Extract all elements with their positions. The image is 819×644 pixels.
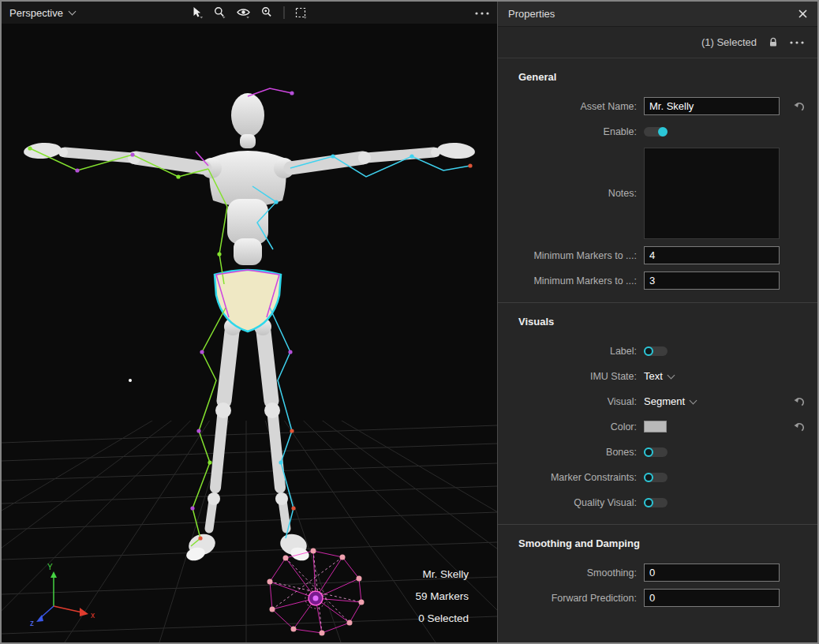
axis-x-label: x	[91, 611, 95, 620]
visibility-icon[interactable]	[237, 6, 251, 19]
label-toggle-row: Label:	[498, 342, 817, 360]
chevron-down-icon	[667, 371, 675, 379]
close-icon[interactable]	[798, 9, 807, 18]
application-window: Perspective	[0, 0, 819, 644]
notes-textarea[interactable]	[644, 148, 780, 239]
marker-constraints-row: Marker Constraints:	[498, 468, 817, 486]
toolbar-divider	[284, 6, 285, 19]
color-reset-icon[interactable]	[794, 421, 805, 432]
bones-toggle[interactable]	[644, 447, 668, 457]
axis-y-label: Y	[47, 563, 53, 571]
properties-title-bar: Properties	[498, 2, 817, 27]
notes-row: Notes:	[498, 148, 817, 239]
select-tool-icon[interactable]	[192, 6, 204, 19]
toggle-knob	[644, 346, 653, 356]
visual-reset-icon[interactable]	[794, 396, 805, 406]
smoothing-row: Smoothing:	[498, 564, 817, 582]
selection-header: (1) Selected	[498, 27, 817, 58]
scene-3d[interactable]: Y x z	[2, 24, 497, 642]
min-markers-track-label: Minimum Markers to ...:	[498, 275, 644, 286]
panel-more-options-icon[interactable]	[790, 41, 804, 44]
imu-state-row: IMU State: Text	[498, 367, 817, 385]
enable-label: Enable:	[498, 126, 644, 137]
section-divider	[498, 524, 817, 525]
color-label: Color:	[498, 421, 644, 432]
forward-prediction-row: Forward Prediction:	[498, 589, 817, 607]
section-divider	[498, 302, 817, 303]
forward-prediction-label: Forward Prediction:	[498, 593, 644, 604]
marquee-select-icon[interactable]	[295, 6, 308, 19]
toggle-knob	[644, 473, 653, 482]
enable-row: Enable:	[498, 122, 817, 140]
camera-mode-label: Perspective	[9, 7, 63, 19]
viewport-tool-group	[192, 2, 308, 24]
asset-name-label: Asset Name:	[498, 101, 644, 112]
notes-label: Notes:	[498, 188, 644, 199]
overlay-selection-count: 0 Selected	[415, 608, 469, 630]
viewport-toolbar: Perspective	[2, 2, 497, 24]
section-smoothing-title: Smoothing and Damping	[518, 537, 817, 549]
toggle-knob	[644, 447, 653, 457]
chevron-down-icon	[690, 396, 697, 404]
min-markers-boot-input[interactable]	[644, 246, 780, 264]
quality-visual-toggle[interactable]	[644, 498, 668, 507]
marker-constraints-toggle[interactable]	[644, 473, 668, 482]
viewport-3d[interactable]: Perspective	[2, 2, 497, 642]
zoom-tool-icon[interactable]	[214, 6, 226, 19]
asset-name-reset-icon[interactable]	[794, 101, 805, 111]
visual-label: Visual:	[498, 396, 644, 407]
color-swatch[interactable]	[644, 421, 667, 432]
visual-row: Visual: Segment	[498, 392, 817, 410]
marker-constraints-label: Marker Constraints:	[498, 472, 644, 483]
forward-prediction-input[interactable]	[644, 589, 780, 607]
axis-z-label: z	[30, 619, 34, 627]
imu-state-dropdown[interactable]: Text	[644, 370, 674, 382]
viewport-more-options-icon[interactable]	[475, 11, 489, 15]
quality-visual-label: Quality Visual:	[498, 497, 644, 508]
visual-dropdown[interactable]: Segment	[644, 395, 696, 407]
chevron-down-icon	[68, 8, 76, 16]
smoothing-label: Smoothing:	[498, 567, 644, 578]
min-markers-track-input[interactable]	[644, 271, 780, 290]
label-toggle-label: Label:	[498, 346, 644, 357]
imu-state-value: Text	[644, 370, 663, 382]
viewport-stats-overlay: Mr. Skelly 59 Markers 0 Selected	[415, 564, 469, 630]
properties-panel: Properties (1) Selected General Asset Na…	[497, 2, 817, 642]
properties-body: General Asset Name: Enable: Notes: Minim…	[498, 58, 817, 642]
overlay-asset-name: Mr. Skelly	[415, 564, 469, 586]
magnifier-alt-icon[interactable]	[261, 6, 274, 19]
smoothing-input[interactable]	[644, 564, 780, 582]
visual-value: Segment	[644, 395, 685, 407]
toggle-knob	[658, 127, 668, 137]
selected-count-label: (1) Selected	[701, 36, 757, 48]
overlay-marker-count: 59 Markers	[415, 586, 469, 608]
toggle-knob	[644, 498, 653, 507]
properties-title: Properties	[508, 8, 555, 20]
min-markers-boot-row: Minimum Markers to ...:	[498, 246, 817, 264]
bones-row: Bones:	[498, 443, 817, 461]
lock-icon[interactable]	[769, 37, 778, 47]
label-toggle[interactable]	[644, 346, 668, 356]
section-general-title: General	[518, 71, 817, 83]
camera-selector-dropdown[interactable]: Perspective	[9, 7, 75, 19]
enable-toggle[interactable]	[644, 127, 668, 137]
min-markers-boot-label: Minimum Markers to ...:	[498, 250, 644, 261]
min-markers-track-row: Minimum Markers to ...:	[498, 271, 817, 290]
color-row: Color:	[498, 417, 817, 436]
imu-state-label: IMU State:	[498, 371, 644, 382]
quality-visual-row: Quality Visual:	[498, 493, 817, 511]
asset-name-row: Asset Name:	[498, 97, 817, 115]
asset-name-input[interactable]	[644, 97, 780, 115]
section-visuals-title: Visuals	[518, 316, 817, 328]
bones-label: Bones:	[498, 447, 644, 458]
